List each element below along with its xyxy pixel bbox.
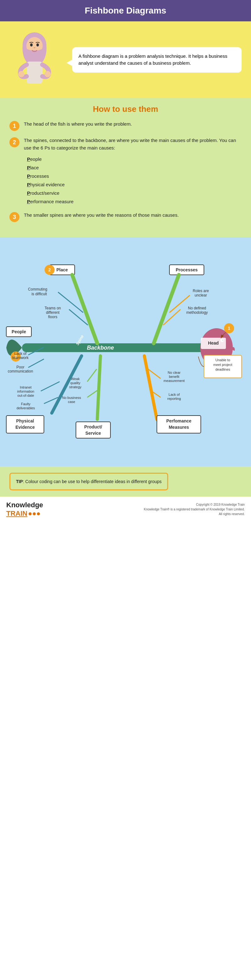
svg-text:different: different — [46, 310, 60, 315]
svg-text:teamwork: teamwork — [12, 356, 29, 360]
how-to-title: How to use them — [9, 104, 242, 114]
six-ps-item-6: Performance measure — [27, 197, 242, 206]
tip-text: : Colour coding can be use to help diffe… — [23, 479, 162, 484]
svg-line-24 — [154, 275, 179, 343]
svg-line-45 — [87, 369, 96, 382]
svg-rect-7 — [22, 343, 207, 352]
people-label: People — [12, 329, 26, 334]
svg-text:Evidence: Evidence — [15, 425, 35, 430]
footer: Knowledge TRAIN●●● Copyright © 2019 Know… — [0, 496, 251, 522]
step-3-num: 3 — [9, 212, 19, 222]
lack-reporting-text: Lack of — [169, 393, 180, 396]
logo-line2: TRAIN●●● — [6, 509, 43, 518]
rights-text: All rights reserved. — [144, 512, 245, 516]
svg-text:deadlines: deadlines — [215, 368, 230, 371]
backbone-label: Backbone — [87, 345, 114, 351]
header-title: Fishbone Diagrams — [85, 6, 166, 15]
unable-meet-text: Unable to — [215, 358, 230, 362]
step-1-text: The head of the fish is where you write … — [24, 120, 132, 128]
methodology-text: No defined — [188, 306, 206, 310]
svg-text:information: information — [17, 390, 34, 393]
performance-measures-label: Perfomance — [166, 418, 191, 423]
svg-text:Service: Service — [85, 431, 101, 436]
svg-point-6 — [44, 71, 51, 77]
svg-point-2 — [30, 43, 33, 46]
footer-copyright: Copyright © 2019 Knowledge Train Knowled… — [144, 502, 245, 516]
physical-evidence-label: Physical — [16, 418, 34, 423]
svg-point-5 — [18, 71, 24, 77]
svg-text:methodology: methodology — [186, 310, 208, 315]
intranet-text: Intranet — [20, 385, 32, 389]
step-1: 1 The head of the fish is where you writ… — [9, 120, 242, 131]
intro-section: A fishbone diagram is a problem analysis… — [0, 21, 251, 98]
fishbone-diagram: Backbone Head 1 Place 2 Commuting is dif — [3, 243, 248, 457]
svg-text:out-of-date: out-of-date — [17, 394, 34, 397]
commuting-text: Commuting — [28, 287, 47, 291]
tip-section: TIP: Colour coding can be use to help di… — [0, 466, 251, 496]
svg-text:benefit: benefit — [169, 375, 179, 379]
speech-text: A fishbone diagram is a problem analysis… — [79, 53, 227, 66]
svg-text:1: 1 — [228, 326, 230, 331]
step-2-num: 2 — [9, 137, 19, 147]
svg-text:Measures: Measures — [169, 425, 189, 430]
svg-text:deliverables: deliverables — [17, 406, 35, 410]
svg-line-34 — [28, 359, 44, 368]
svg-text:case: case — [68, 400, 75, 404]
copyright-text: Copyright © 2019 Knowledge Train — [144, 502, 245, 507]
step-3-text: The smaller spines are where you write t… — [24, 212, 179, 219]
svg-text:reporting: reporting — [167, 397, 181, 401]
person-illustration — [9, 28, 60, 91]
no-clear-benefit-text: No clear — [168, 371, 181, 374]
step-3: 3 The smaller spines are where you write… — [9, 212, 242, 222]
logo-line1: Knowledge — [6, 501, 43, 509]
svg-text:quality: quality — [70, 381, 81, 385]
business-case-text: No business — [62, 396, 81, 399]
place-label: Place — [57, 267, 68, 272]
svg-text:communication: communication — [8, 369, 33, 374]
tip-label: TIP — [16, 479, 23, 484]
processes-label: Processes — [176, 267, 198, 272]
trademark-text: Knowledge Train® is a registered tradema… — [144, 507, 245, 512]
svg-line-37 — [41, 382, 60, 391]
svg-text:measurement: measurement — [163, 379, 185, 383]
roles-text: Roles are — [193, 289, 209, 293]
page-header: Fishbone Diagrams — [0, 0, 251, 21]
faulty-text: Faulty — [21, 402, 30, 406]
svg-line-44 — [97, 356, 100, 419]
svg-text:unclear: unclear — [194, 293, 207, 298]
six-ps-item-1: People — [27, 155, 242, 163]
svg-point-3 — [36, 43, 39, 46]
illustration-container — [9, 28, 66, 92]
footer-logo: Knowledge TRAIN●●● — [6, 501, 43, 518]
svg-line-17 — [72, 275, 97, 343]
svg-text:2: 2 — [48, 267, 51, 272]
svg-rect-4 — [27, 62, 43, 84]
diagram-section: Backbone Head 1 Place 2 Commuting is dif — [0, 237, 251, 466]
weak-quality-text: Weak — [71, 377, 80, 381]
six-ps-item-4: Physical evidence — [27, 180, 242, 189]
head-label: Head — [208, 340, 219, 345]
six-ps-item-2: Place — [27, 163, 242, 172]
svg-text:floors: floors — [48, 315, 57, 319]
step-2: 2 The spines, connected to the backbone,… — [9, 137, 242, 206]
product-service-label: Product/ — [84, 424, 102, 430]
communication-text: Poor — [16, 365, 24, 369]
teamwork-text: Lack of — [14, 352, 27, 356]
six-ps-list: People Place Processes Physical evidence… — [27, 155, 242, 206]
svg-line-48 — [87, 390, 97, 397]
svg-text:meet project: meet project — [213, 363, 232, 367]
teams-text: Teams on — [44, 306, 61, 310]
how-to-section: How to use them 1 The head of the fish i… — [0, 98, 251, 237]
six-ps-item-5: Product/service — [27, 189, 242, 197]
speech-bubble: A fishbone diagram is a problem analysis… — [72, 47, 242, 73]
step-1-num: 1 — [9, 121, 19, 131]
svg-line-52 — [144, 356, 157, 419]
six-ps-item-3: Processes — [27, 172, 242, 180]
svg-text:is difficult: is difficult — [32, 292, 47, 296]
step-2-text: The spines, connected to the backbone, a… — [24, 137, 242, 206]
svg-text:strategy: strategy — [69, 385, 82, 389]
tip-box: TIP: Colour coding can be use to help di… — [9, 473, 168, 490]
